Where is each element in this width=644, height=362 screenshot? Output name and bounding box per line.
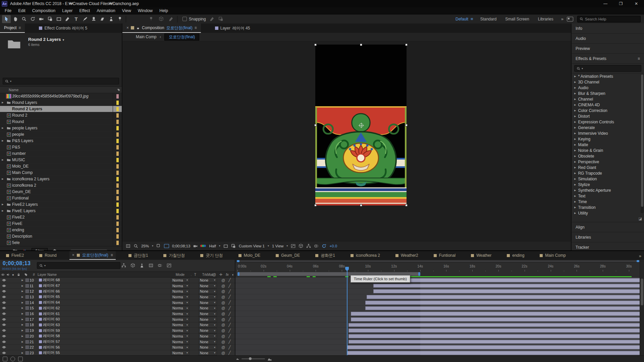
timeline-tab[interactable]: Geum_DE xyxy=(273,251,303,260)
layer-label-chip[interactable] xyxy=(25,335,30,338)
project-item[interactable]: ending xyxy=(0,227,122,233)
trkmat-dropdown[interactable]: None▾ xyxy=(198,278,217,283)
layer-disclosure-icon[interactable]: ▶ xyxy=(20,296,25,298)
effects-category[interactable]: ▶Stylize xyxy=(572,182,644,187)
anchor-point[interactable] xyxy=(359,123,363,127)
selection-tool[interactable] xyxy=(2,15,11,23)
chevron-down-icon[interactable]: ▾ xyxy=(286,244,288,247)
search-options-caret[interactable]: ▾ xyxy=(582,67,583,70)
selection-handle[interactable] xyxy=(314,124,317,126)
view-layout[interactable]: Custom View 1 xyxy=(239,244,265,248)
project-item[interactable]: FiveE2 xyxy=(0,214,122,221)
zoom-slider-track[interactable] xyxy=(241,358,265,359)
trkmat-dropdown[interactable]: None▾ xyxy=(198,283,217,288)
label-chip-cell[interactable] xyxy=(113,144,122,150)
layer-name[interactable]: 레이어 63 xyxy=(43,322,170,327)
blend-mode-dropdown[interactable]: Norma▾ xyxy=(171,300,190,305)
layer-disclosure-icon[interactable]: ▶ xyxy=(20,307,25,309)
project-item[interactable]: ▶Round 2 Layers xyxy=(0,106,122,112)
blend-mode-dropdown[interactable]: Norma▾ xyxy=(171,278,190,283)
layer-track[interactable] xyxy=(235,322,640,328)
layer-name[interactable]: 레이어 56 xyxy=(43,345,170,350)
layer-row[interactable]: ▶17레이어 60Norma▾None▾@╱ xyxy=(0,317,235,322)
type-tool[interactable]: T xyxy=(72,15,80,23)
disclosure-icon[interactable]: ▶ xyxy=(574,149,576,152)
label-color-chip[interactable] xyxy=(116,164,119,169)
label-chip-cell[interactable] xyxy=(113,176,122,182)
label-chip-cell[interactable] xyxy=(113,119,122,125)
layer-visibility-eye-icon[interactable] xyxy=(0,295,8,299)
close-tab-icon[interactable]: × xyxy=(72,253,74,257)
timeline-tab[interactable]: 광화문1 xyxy=(313,251,338,260)
timeline-tab[interactable]: Weather2 xyxy=(393,251,421,260)
blend-mode-dropdown[interactable]: Norma▾ xyxy=(171,328,190,333)
help-search-field[interactable]: Search Help xyxy=(577,16,641,22)
layer-visibility-eye-icon[interactable] xyxy=(0,278,8,282)
effects-category[interactable]: ▶Text xyxy=(572,193,644,199)
disclosure-icon[interactable]: ▶ xyxy=(574,143,576,146)
project-item[interactable]: ▶iconofkorea 2 Layers xyxy=(0,176,122,182)
blend-mode-dropdown[interactable]: Norma▾ xyxy=(171,311,190,316)
folder-disclosure-icon[interactable]: ▶ xyxy=(0,108,5,110)
effects-category[interactable]: ▶Expression Controls xyxy=(572,119,644,125)
target-region-icon[interactable] xyxy=(223,244,228,248)
layer-name[interactable]: 레이어 67 xyxy=(43,283,170,288)
sync-settings-icon[interactable] xyxy=(567,17,573,21)
eraser-tool[interactable] xyxy=(98,15,107,23)
layer-name-column-header[interactable]: Layer Name xyxy=(38,273,170,277)
label-color-chip[interactable] xyxy=(116,132,119,137)
close-tab-icon[interactable]: × xyxy=(126,25,129,30)
layer-switches[interactable]: @╱ xyxy=(217,334,235,338)
pen-tool[interactable] xyxy=(63,15,72,23)
label-chip-cell[interactable] xyxy=(113,150,122,157)
workspace-standard[interactable]: Standard xyxy=(480,17,497,21)
disclosure-icon[interactable]: ▶ xyxy=(574,98,576,101)
time-ruler[interactable]: 0:00s02s04s06s08s10s12s14s16s18s20s22s24… xyxy=(235,262,644,272)
fast-previews-icon[interactable] xyxy=(299,244,303,248)
layer-label-chip[interactable] xyxy=(25,318,30,321)
layer-duration-bar[interactable] xyxy=(367,295,640,299)
folder-disclosure-icon[interactable]: ▶ xyxy=(0,139,5,142)
layer-duration-bar[interactable] xyxy=(348,340,640,344)
effects-category[interactable]: ▶* Animation Presets xyxy=(572,73,644,79)
layer-visibility-eye-icon[interactable] xyxy=(0,301,8,305)
label-color-chip[interactable] xyxy=(116,190,119,194)
expand-inout-columns-icon[interactable] xyxy=(18,357,23,361)
expand-layer-switches-icon[interactable] xyxy=(3,357,7,361)
disclosure-icon[interactable]: ▶ xyxy=(574,166,576,169)
selection-handle[interactable] xyxy=(314,44,317,46)
disclosure-icon[interactable]: ▶ xyxy=(574,138,576,140)
layer-duration-bar[interactable] xyxy=(373,278,640,282)
disclosure-icon[interactable]: ▶ xyxy=(574,189,576,192)
panel-info[interactable]: Info xyxy=(572,23,644,34)
panel-preview[interactable]: Preview xyxy=(572,44,644,54)
disclosure-icon[interactable]: ▶ xyxy=(574,104,576,106)
layer-disclosure-icon[interactable]: ▶ xyxy=(20,279,25,282)
label-chip-cell[interactable] xyxy=(113,201,122,207)
effects-category[interactable]: ▶Generate xyxy=(572,125,644,130)
effects-category[interactable]: ▶Synthetic Aperture xyxy=(572,187,644,193)
brush-tool[interactable] xyxy=(80,15,89,23)
layer-name[interactable]: 레이어 55 xyxy=(43,350,170,355)
layer-row[interactable]: ▶12레이어 66Norma▾None▾@╱ xyxy=(0,289,235,294)
layer-duration-bar[interactable] xyxy=(348,328,640,333)
effects-category[interactable]: ▶Matte xyxy=(572,142,644,147)
layer-name[interactable]: 레이어 57 xyxy=(43,339,170,344)
effects-category[interactable]: ▶RG Trapcode xyxy=(572,170,644,176)
blend-mode-dropdown[interactable]: Norma▾ xyxy=(171,294,190,299)
layer-visibility-eye-icon[interactable] xyxy=(0,284,8,288)
playhead-line[interactable] xyxy=(347,271,347,355)
snapping-checkbox[interactable] xyxy=(182,17,187,21)
maximize-button[interactable]: ❐ xyxy=(613,0,629,7)
effects-category[interactable]: ▶Utility xyxy=(572,210,644,216)
shape-tool[interactable] xyxy=(54,15,63,23)
layer-duration-bar[interactable] xyxy=(347,351,640,355)
project-item[interactable]: ▶FiveE2 Layers xyxy=(0,201,122,208)
project-item[interactable]: iconofkorea 2 xyxy=(0,182,122,189)
project-item[interactable]: FiveE xyxy=(0,221,122,227)
trkmat-dropdown[interactable]: None▾ xyxy=(198,350,217,355)
snapping-label[interactable]: Snapping xyxy=(189,17,206,21)
project-item[interactable]: 5ele xyxy=(0,240,122,246)
timeline-graph-area[interactable]: 0:00s02s04s06s08s10s12s14s16s18s20s22s24… xyxy=(235,260,644,355)
resolution-value[interactable]: Half xyxy=(209,244,216,248)
